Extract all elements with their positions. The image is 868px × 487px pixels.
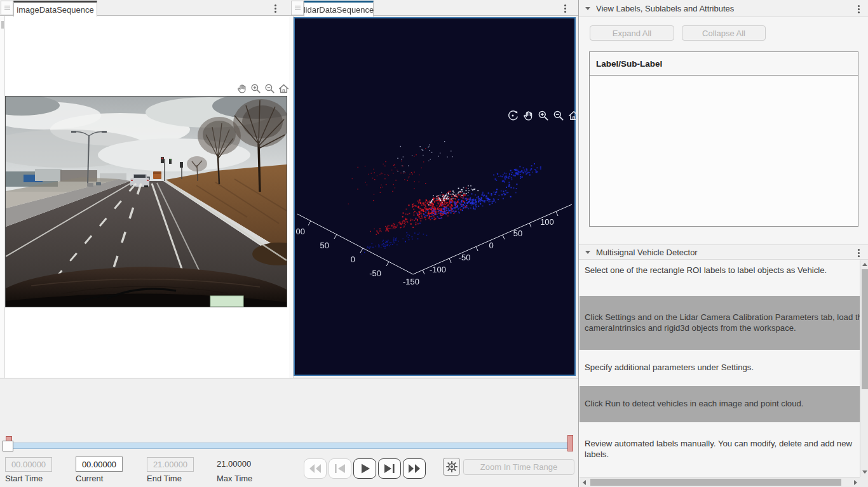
lidar-axes: 00 50 0 -50 -150 -100 -50 0 50 100: [295, 18, 574, 375]
dashboard-sticker: [210, 296, 243, 307]
lidar-panel-grip-icon[interactable]: [291, 1, 304, 15]
scroll-down-icon[interactable]: [860, 468, 868, 476]
zoom-in-time-range-button[interactable]: Zoom In Time Range: [463, 459, 574, 475]
instruction-step: Select one of the rectangle ROI labels t…: [580, 260, 860, 296]
rewind-button[interactable]: [304, 458, 327, 479]
label-table-body[interactable]: [590, 76, 858, 226]
fast-forward-icon: [407, 462, 422, 476]
current-time-field[interactable]: [76, 457, 123, 472]
scroll-left-icon[interactable]: [580, 477, 588, 487]
left-axis-tick: 00: [296, 227, 305, 236]
rotate3d-icon[interactable]: [506, 109, 519, 122]
pan-icon[interactable]: [236, 83, 248, 95]
max-time-label: Max Time: [217, 474, 252, 483]
instruction-step: Specify additional parameters under Sett…: [580, 350, 860, 386]
timeline-settings-button[interactable]: [443, 458, 460, 476]
instruction-step: Review automated labels manually. You ca…: [580, 422, 860, 476]
instruction-step: Click Run to detect vehicles in each ima…: [580, 386, 860, 422]
left-axis-tick: -50: [369, 269, 381, 278]
lidar-panel-side-strip: [289, 16, 294, 378]
detector-section-menu-icon[interactable]: [853, 246, 864, 259]
image-panel-side-strip: [0, 16, 5, 378]
label-table-header: Label/Sub-Label: [590, 52, 858, 76]
scroll-right-icon[interactable]: [851, 477, 860, 487]
end-time-label: End Time: [147, 474, 182, 483]
image-panel-tabbar: imageDataSequence: [0, 0, 289, 16]
right-axis-tick: 50: [513, 229, 522, 238]
labels-section-menu-icon[interactable]: [853, 3, 864, 15]
right-axis-tick: 100: [540, 217, 554, 227]
pan-icon[interactable]: [522, 109, 534, 122]
tab-lidar-label: lidarDataSequence: [304, 5, 374, 15]
right-axis-tick: -150: [403, 277, 419, 286]
vertical-scrollbar[interactable]: [860, 260, 868, 477]
rewind-icon: [308, 462, 323, 476]
horizontal-scroll-thumb[interactable]: [590, 479, 841, 486]
right-axis-tick: 0: [489, 241, 493, 250]
expand-all-button[interactable]: Expand All: [590, 25, 674, 41]
tab-image-data-sequence[interactable]: imageDataSequence: [13, 1, 97, 17]
scroll-up-icon[interactable]: [860, 260, 868, 269]
lidar-viewport[interactable]: 00 50 0 -50 -150 -100 -50 0 50 100: [294, 17, 576, 376]
skip-to-start-icon: [332, 462, 348, 476]
skip-to-end-icon: [382, 462, 397, 476]
zoom-in-icon[interactable]: [537, 109, 550, 122]
zoom-in-time-range-label: Zoom In Time Range: [480, 462, 557, 472]
start-time-field[interactable]: [5, 457, 52, 472]
fast-forward-button[interactable]: [403, 458, 426, 479]
collapse-all-button[interactable]: Collapse All: [682, 25, 766, 41]
end-time-field[interactable]: [147, 457, 194, 472]
expand-all-label: Expand All: [613, 29, 651, 38]
left-axis-tick: 0: [351, 255, 355, 264]
play-button[interactable]: [353, 458, 376, 479]
detector-section-title: Multisignal Vehicle Detector: [596, 248, 698, 257]
detector-section-header[interactable]: Multisignal Vehicle Detector: [579, 244, 868, 260]
right-axis-tick: -100: [430, 265, 446, 274]
timeline-track[interactable]: [5, 443, 571, 449]
timeline-range-end-flag[interactable]: [567, 435, 573, 451]
lidar-panel-tabbar: lidarDataSequence: [289, 0, 578, 16]
timeline-bar: 21.00000 Start Time Current End Time Max…: [0, 378, 578, 487]
max-time-value: 21.00000: [217, 459, 251, 469]
next-frame-button[interactable]: [378, 458, 401, 479]
lidar-axes-toolbar: [506, 109, 580, 122]
collapse-all-label: Collapse All: [702, 29, 745, 38]
orange-vehicle: [153, 171, 161, 179]
collapse-arrow-icon[interactable]: [585, 7, 590, 10]
zoom-out-icon[interactable]: [552, 109, 565, 122]
label-table-header-text: Label/Sub-Label: [596, 59, 662, 69]
zoom-in-icon[interactable]: [250, 83, 262, 95]
vertical-scroll-thumb[interactable]: [862, 269, 868, 389]
label-table: Label/Sub-Label: [589, 51, 858, 227]
timeline-current-handle[interactable]: [3, 441, 13, 451]
previous-frame-button[interactable]: [329, 458, 351, 479]
instruction-step: Click Settings and on the Lidar Camera C…: [580, 296, 860, 350]
app-window: imageDataSequence: [0, 0, 868, 487]
collapse-arrow-icon[interactable]: [585, 251, 590, 254]
image-panel-menu-icon[interactable]: [270, 2, 280, 15]
tab-image-label: imageDataSequence: [17, 5, 93, 15]
scrollbar-corner: [860, 477, 868, 487]
home-icon[interactable]: [278, 83, 290, 95]
detector-instructions-list: Select one of the rectangle ROI labels t…: [580, 260, 860, 476]
play-icon: [357, 462, 372, 476]
current-time-label: Current: [76, 474, 103, 483]
zoom-out-icon[interactable]: [264, 83, 276, 95]
tab-lidar-data-sequence[interactable]: lidarDataSequence: [304, 1, 374, 17]
camera-image[interactable]: [5, 96, 287, 307]
image-strip-scroll-nub[interactable]: [1, 21, 4, 29]
labels-section-title: View Labels, Sublabels and Attributes: [596, 4, 734, 13]
camera-scene: [6, 97, 287, 307]
image-panel-grip-icon[interactable]: [1, 1, 13, 15]
left-axis-tick: 50: [320, 241, 329, 250]
horizontal-scrollbar[interactable]: [580, 477, 860, 487]
right-panel: View Labels, Sublabels and Attributes Ex…: [578, 0, 868, 487]
image-axes-toolbar: [236, 83, 290, 95]
start-time-label: Start Time: [5, 474, 43, 483]
lidar-panel-menu-icon[interactable]: [560, 2, 570, 15]
labels-section-header[interactable]: View Labels, Sublabels and Attributes: [579, 0, 868, 17]
right-axis-tick: -50: [459, 253, 471, 262]
gear-icon: [445, 460, 459, 474]
